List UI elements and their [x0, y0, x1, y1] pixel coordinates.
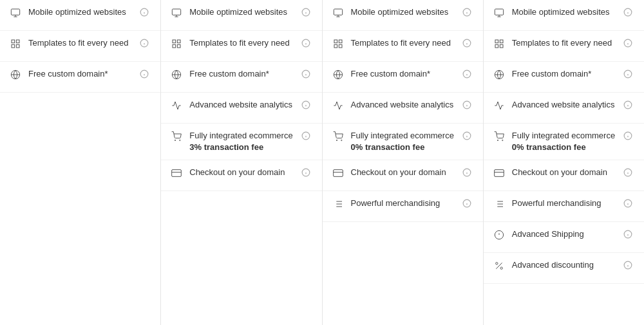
- feature-row: Mobile optimized websites: [0, 0, 160, 31]
- feature-row: Advanced discounting: [484, 253, 644, 284]
- info-icon[interactable]: [301, 69, 312, 79]
- feature-row: Free custom domain*: [484, 62, 644, 93]
- grid-icon: [171, 38, 184, 49]
- globe-icon: [171, 69, 184, 80]
- info-icon[interactable]: [140, 38, 150, 48]
- svg-rect-96: [500, 40, 503, 43]
- feature-label: Advanced website analytics: [512, 99, 620, 111]
- feature-row: Powerful merchandising: [484, 191, 644, 222]
- svg-rect-97: [495, 44, 498, 48]
- svg-point-111: [502, 140, 502, 140]
- feature-label: Advanced Shipping: [512, 228, 620, 240]
- feature-row: Free custom domain*: [323, 62, 483, 93]
- info-icon[interactable]: [623, 7, 634, 17]
- info-icon[interactable]: [301, 100, 312, 109]
- info-icon[interactable]: [462, 7, 473, 17]
- svg-rect-27: [178, 44, 181, 48]
- feature-label: Templates to fit every need: [28, 37, 136, 49]
- svg-point-70: [336, 140, 337, 140]
- info-icon[interactable]: [301, 167, 312, 177]
- svg-rect-24: [173, 40, 176, 43]
- feature-row: Templates to fit every need: [0, 31, 160, 62]
- feature-label: Advanced website analytics: [189, 99, 297, 111]
- svg-line-135: [496, 263, 502, 268]
- feature-label: Templates to fit every need: [189, 37, 297, 49]
- info-icon[interactable]: [623, 69, 634, 79]
- svg-rect-6: [12, 40, 15, 43]
- svg-point-71: [341, 140, 341, 140]
- info-icon[interactable]: [462, 131, 473, 140]
- creditcard-icon: [494, 167, 507, 178]
- feature-label: Free custom domain*: [351, 68, 459, 80]
- globe-icon: [494, 69, 507, 80]
- info-icon[interactable]: [623, 100, 634, 109]
- feature-label: Powerful merchandising: [512, 198, 620, 209]
- feature-label: Fully integrated ecommerce0% transaction…: [512, 130, 620, 153]
- svg-point-39: [175, 140, 176, 140]
- info-icon[interactable]: [462, 167, 473, 177]
- info-icon[interactable]: [462, 69, 473, 79]
- svg-rect-49: [334, 9, 342, 15]
- svg-rect-8: [12, 44, 15, 48]
- svg-rect-26: [173, 44, 176, 48]
- feature-label: Checkout on your domain: [512, 167, 620, 178]
- svg-point-136: [495, 263, 497, 265]
- feature-label: Free custom domain*: [28, 68, 136, 80]
- info-icon[interactable]: [140, 69, 150, 79]
- info-icon[interactable]: [623, 131, 634, 140]
- svg-rect-7: [16, 40, 19, 43]
- info-icon[interactable]: [140, 7, 150, 17]
- shipping-icon: [494, 229, 507, 240]
- feature-row: Fully integrated ecommerce0% transaction…: [323, 124, 483, 160]
- svg-rect-89: [495, 9, 503, 15]
- info-icon[interactable]: [623, 198, 634, 208]
- info-icon[interactable]: [301, 7, 312, 17]
- feature-row: Fully integrated ecommerce0% transaction…: [484, 124, 644, 160]
- feature-label: Mobile optimized websites: [351, 6, 459, 18]
- merchandising-icon: [494, 198, 507, 209]
- feature-row: Advanced website analytics: [323, 93, 483, 124]
- creditcard-icon: [333, 167, 346, 178]
- info-icon[interactable]: [301, 38, 312, 48]
- svg-point-110: [497, 140, 498, 140]
- grid-icon: [333, 38, 346, 49]
- feature-row: Mobile optimized websites: [484, 0, 644, 31]
- grid-icon: [10, 38, 23, 49]
- feature-label: Fully integrated ecommerce0% transaction…: [351, 130, 459, 153]
- info-icon[interactable]: [462, 198, 473, 208]
- info-icon[interactable]: [462, 100, 473, 109]
- monitor-icon: [10, 7, 23, 18]
- svg-rect-98: [500, 44, 503, 48]
- feature-row: Templates to fit every need: [161, 31, 321, 62]
- feature-label: Checkout on your domain: [189, 167, 297, 178]
- feature-label: Powerful merchandising: [351, 198, 459, 209]
- svg-rect-56: [339, 40, 342, 43]
- feature-row: Advanced website analytics: [161, 93, 321, 124]
- svg-rect-57: [334, 44, 337, 48]
- feature-label: Advanced discounting: [512, 259, 620, 271]
- feature-label: Templates to fit every need: [512, 37, 620, 49]
- feature-label: Fully integrated ecommerce3% transaction…: [189, 130, 297, 153]
- column-4: Mobile optimized websitesTemplates to fi…: [484, 0, 644, 325]
- info-icon[interactable]: [623, 167, 634, 177]
- info-icon[interactable]: [623, 229, 634, 239]
- analytics-icon: [171, 100, 184, 111]
- svg-rect-9: [16, 44, 19, 48]
- column-1: Mobile optimized websitesTemplates to fi…: [0, 0, 161, 325]
- svg-point-40: [180, 140, 180, 140]
- creditcard-icon: [171, 167, 184, 178]
- discount-icon: [494, 260, 507, 271]
- feature-row: Templates to fit every need: [484, 31, 644, 62]
- svg-rect-115: [494, 170, 504, 177]
- info-icon[interactable]: [623, 38, 634, 48]
- cart-icon: [171, 131, 184, 142]
- feature-row: Checkout on your domain: [484, 160, 644, 191]
- feature-row: Fully integrated ecommerce3% transaction…: [161, 124, 321, 160]
- svg-rect-95: [495, 40, 498, 43]
- info-icon[interactable]: [623, 260, 634, 270]
- svg-rect-75: [333, 170, 343, 177]
- analytics-icon: [333, 100, 346, 111]
- svg-rect-25: [178, 40, 181, 43]
- info-icon[interactable]: [301, 131, 312, 140]
- info-icon[interactable]: [462, 38, 473, 48]
